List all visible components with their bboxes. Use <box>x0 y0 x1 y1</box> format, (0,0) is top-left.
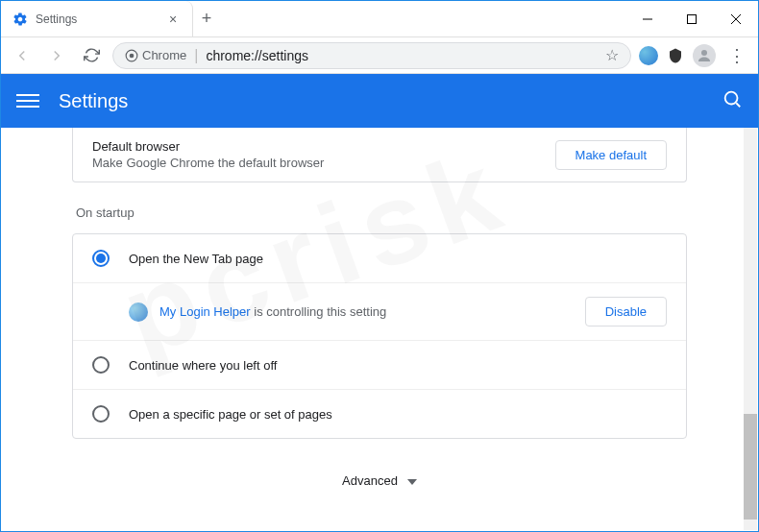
window-titlebar: Settings × + <box>1 1 758 37</box>
default-browser-title: Default browser <box>92 139 324 154</box>
gear-icon <box>12 12 28 27</box>
search-icon[interactable] <box>722 88 743 113</box>
chrome-menu-button[interactable]: ⋮ <box>723 45 750 66</box>
extension-badge-icon <box>129 302 148 322</box>
extension-icon-1[interactable] <box>639 46 658 65</box>
svg-point-7 <box>725 92 738 105</box>
forward-button[interactable] <box>43 42 70 69</box>
chrome-label: Chrome <box>142 48 186 62</box>
startup-option-specific[interactable]: Open a specific page or set of pages <box>73 390 686 438</box>
controlled-suffix: is controlling this setting <box>251 304 387 319</box>
extension-name-link[interactable]: My Login Helper <box>159 304 251 319</box>
minimize-button[interactable] <box>625 1 670 36</box>
page-title: Settings <box>59 90 128 112</box>
chevron-down-icon <box>407 473 417 488</box>
startup-option-new-tab[interactable]: Open the New Tab page <box>73 234 686 283</box>
svg-point-6 <box>701 50 707 56</box>
extension-icon-2[interactable] <box>666 46 685 65</box>
radio-label: Open a specific page or set of pages <box>129 407 332 422</box>
settings-content: pcrisk Default browser Make Google Chrom… <box>1 128 758 531</box>
make-default-button[interactable]: Make default <box>555 140 667 170</box>
window-controls <box>625 1 758 36</box>
close-window-button[interactable] <box>714 1 758 36</box>
radio-label: Continue where you left off <box>129 358 277 373</box>
default-browser-text: Default browser Make Google Chrome the d… <box>92 139 324 170</box>
hamburger-menu-icon[interactable] <box>16 89 39 112</box>
startup-card: Open the New Tab page My Login Helper is… <box>72 233 687 439</box>
scrollbar-thumb[interactable] <box>744 414 757 520</box>
address-bar: Chrome | chrome://settings ☆ ⋮ <box>1 37 758 74</box>
browser-tab[interactable]: Settings × <box>1 1 193 36</box>
radio-checked-icon[interactable] <box>92 250 110 267</box>
reload-button[interactable] <box>78 42 105 69</box>
on-startup-label: On startup <box>72 206 687 220</box>
url-text: chrome://settings <box>206 48 308 63</box>
svg-point-5 <box>130 53 135 58</box>
omnibox[interactable]: Chrome | chrome://settings ☆ <box>112 42 631 69</box>
startup-option-continue[interactable]: Continue where you left off <box>73 341 686 390</box>
radio-unchecked-icon[interactable] <box>92 356 110 374</box>
controlled-text: My Login Helper is controlling this sett… <box>159 304 386 319</box>
settings-header: Settings <box>1 74 758 128</box>
radio-unchecked-icon[interactable] <box>92 405 110 423</box>
maximize-button[interactable] <box>670 1 714 36</box>
profile-avatar[interactable] <box>693 44 716 67</box>
radio-label: Open the New Tab page <box>129 252 263 266</box>
new-tab-button[interactable]: + <box>193 1 220 36</box>
back-button[interactable] <box>9 42 36 69</box>
extension-controlled-notice: My Login Helper is controlling this sett… <box>73 283 686 341</box>
chrome-page-icon: Chrome <box>125 48 186 62</box>
svg-line-8 <box>736 103 740 107</box>
svg-rect-1 <box>688 14 697 23</box>
close-tab-icon[interactable]: × <box>165 12 181 27</box>
default-browser-subtitle: Make Google Chrome the default browser <box>92 156 324 170</box>
bookmark-star-icon[interactable]: ☆ <box>605 46 619 64</box>
omnibox-separator: | <box>194 47 198 64</box>
advanced-toggle[interactable]: Advanced <box>16 473 743 488</box>
default-browser-card: Default browser Make Google Chrome the d… <box>72 128 687 182</box>
tab-title: Settings <box>36 12 158 26</box>
advanced-label: Advanced <box>342 473 398 488</box>
disable-extension-button[interactable]: Disable <box>585 297 667 326</box>
